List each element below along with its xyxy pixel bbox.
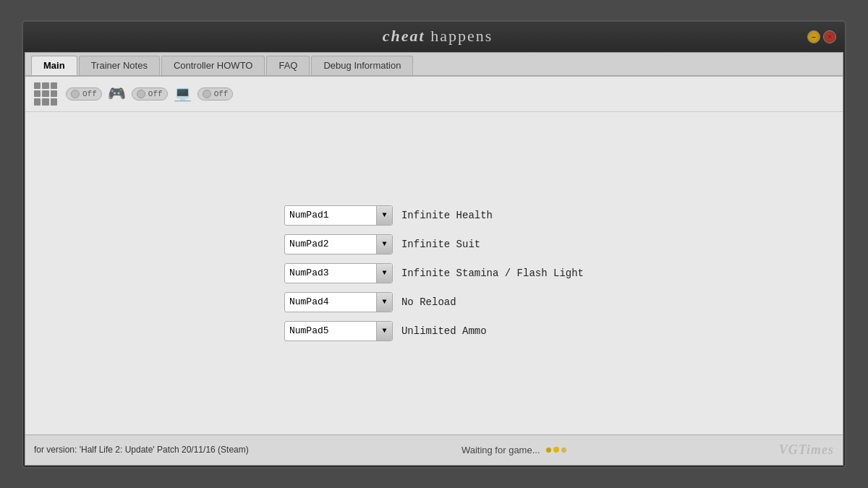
title-bar: cheat happens – ✕ [23,22,845,52]
toggle-1-label: Off [82,90,97,98]
tab-trainer-notes[interactable]: Trainer Notes [79,56,160,75]
cheat-row-4: NumPad4 ▼ No Reload [284,292,584,312]
minimize-button[interactable]: – [807,30,820,43]
key-select-4[interactable]: NumPad4 ▼ [284,292,393,312]
cheat-label-5: Unlimited Ammo [401,325,582,337]
app-title: cheat happens [68,27,807,46]
key-select-2[interactable]: NumPad2 ▼ [284,234,393,254]
toggle-3-dot [203,90,211,98]
key-select-2-value: NumPad2 [289,239,329,249]
title-happens: happens [425,27,493,45]
key-select-1-arrow: ▼ [376,206,392,225]
key-select-2-arrow: ▼ [376,235,392,254]
key-select-3-arrow: ▼ [376,264,392,283]
tab-controller-howto[interactable]: Controller HOWTO [161,56,265,75]
toggle-3[interactable]: Off [197,87,234,100]
watermark-text: VGTimes [779,442,834,457]
status-bar: for version: 'Half Life 2: Update' Patch… [25,435,843,465]
cheat-list: NumPad1 ▼ Infinite Health NumPad2 ▼ Infi… [284,205,584,341]
window-controls: – ✕ [807,30,836,43]
toggle-2[interactable]: Off [132,87,168,100]
watermark: VGTimes [779,442,834,458]
cheat-label-1: Infinite Health [401,210,582,221]
cheat-row-1: NumPad1 ▼ Infinite Health [284,205,584,226]
toggle-group-1: Off [66,87,102,100]
cheat-row-2: NumPad2 ▼ Infinite Suit [284,234,584,254]
cheat-label-3: Infinite Stamina / Flash Light [401,267,584,279]
tab-faq[interactable]: FAQ [266,56,310,75]
tab-bar: Main Trainer Notes Controller HOWTO FAQ … [25,53,843,77]
key-select-1[interactable]: NumPad1 ▼ [284,205,393,226]
tab-debug-information[interactable]: Debug Information [311,56,413,75]
cheat-label-4: No Reload [401,296,582,308]
key-select-1-value: NumPad1 [289,210,329,221]
toggle-group-2: Off [132,87,168,100]
main-content: NumPad1 ▼ Infinite Health NumPad2 ▼ Infi… [25,112,843,435]
cheat-row-3: NumPad3 ▼ Infinite Stamina / Flash Light [284,263,584,283]
cheat-row-5: NumPad5 ▼ Unlimited Ammo [284,321,584,341]
spinner [546,447,566,453]
key-select-3[interactable]: NumPad3 ▼ [284,263,393,283]
key-select-5[interactable]: NumPad5 ▼ [284,321,393,341]
waiting-text: Waiting for game... [461,445,540,455]
spinner-dot-1 [546,448,551,453]
laptop-icon: 💻 [174,85,192,103]
key-select-4-arrow: ▼ [376,293,392,312]
toggle-1[interactable]: Off [66,87,102,100]
key-select-5-value: NumPad5 [289,325,329,336]
toggle-1-dot [71,90,80,98]
toolbar: Off 🎮 Off 💻 Off [25,77,843,112]
spinner-dot-2 [553,447,559,453]
title-cheat: cheat [383,27,425,45]
grid-icon [34,82,57,106]
toggle-2-label: Off [148,90,163,98]
key-select-4-value: NumPad4 [289,296,329,307]
key-select-3-value: NumPad3 [289,267,329,278]
main-window: cheat happens – ✕ Main Trainer Notes Con… [22,20,846,468]
key-select-5-arrow: ▼ [376,322,392,341]
status-center: Waiting for game... [461,445,566,455]
content-area: Main Trainer Notes Controller HOWTO FAQ … [25,52,843,466]
cheat-label-2: Infinite Suit [401,239,582,250]
close-button[interactable]: ✕ [823,30,836,43]
version-text: for version: 'Half Life 2: Update' Patch… [34,445,249,455]
tab-main[interactable]: Main [31,56,77,75]
controller-icon: 🎮 [108,85,126,103]
toggle-3-label: Off [214,90,229,98]
toggle-group-3: Off [197,87,234,100]
toggle-2-dot [137,90,145,98]
spinner-dot-3 [561,448,566,453]
